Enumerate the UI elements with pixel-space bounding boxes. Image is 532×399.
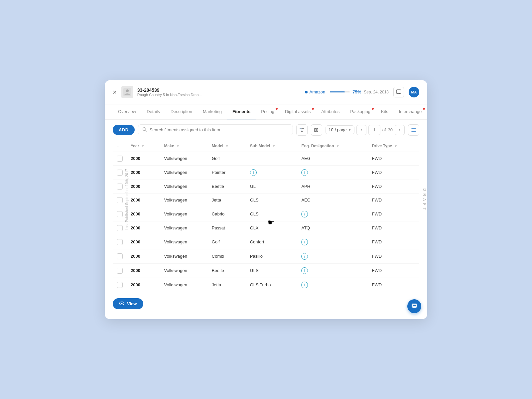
row-checkbox-1[interactable] xyxy=(117,170,123,176)
row-checkbox-5[interactable] xyxy=(117,225,123,231)
table-row: 2000 Volkswagen Beetle GLS i FWD xyxy=(113,263,419,278)
prev-page-button[interactable]: ‹ xyxy=(356,125,366,135)
cell-model-3: Jetta xyxy=(208,193,246,207)
columns-button[interactable] xyxy=(311,124,322,136)
tab-kits[interactable]: Kits xyxy=(376,104,394,119)
eng-info-icon[interactable]: i xyxy=(301,267,308,274)
page-of-label: of xyxy=(382,127,386,132)
eng-info-icon[interactable]: i xyxy=(301,169,308,176)
channel-label: Amazon xyxy=(310,89,326,94)
col-year[interactable]: Year ▼ xyxy=(127,140,160,152)
cell-year-1: 2000 xyxy=(127,165,160,180)
search-box xyxy=(138,124,293,135)
row-checkbox-cell-2[interactable] xyxy=(113,180,127,193)
tab-attributes[interactable]: Attributes xyxy=(316,104,345,119)
cell-make-9: Volkswagen xyxy=(160,278,208,292)
total-pages: 30 xyxy=(388,127,393,132)
cell-make-8: Volkswagen xyxy=(160,263,208,278)
table-row: 2000 Volkswagen Golf Confort i FWD xyxy=(113,235,419,249)
row-checkbox-cell-9[interactable] xyxy=(113,278,127,292)
svg-rect-10 xyxy=(315,128,316,132)
tab-packaging[interactable]: Packaging xyxy=(345,104,376,119)
col-make[interactable]: Make ▼ xyxy=(160,140,208,152)
tab-marketing[interactable]: Marketing xyxy=(198,104,227,119)
table-row: 2000 Volkswagen Jetta GLS Turbo i FWD xyxy=(113,278,419,292)
view-button[interactable]: View xyxy=(113,298,143,309)
row-checkbox-cell-4[interactable] xyxy=(113,207,127,221)
avatar: MA xyxy=(409,87,419,97)
tab-details[interactable]: Details xyxy=(141,104,165,119)
cell-eng-desig-1: i xyxy=(297,165,368,180)
channel-badge[interactable]: Amazon xyxy=(305,89,326,94)
cell-submodel-7: Pasillo xyxy=(246,249,298,263)
chat-icon-button[interactable] xyxy=(393,87,404,97)
page-input[interactable] xyxy=(368,125,380,135)
row-checkbox-9[interactable] xyxy=(117,282,123,288)
tab-digital-assets[interactable]: Digital assets xyxy=(280,104,316,119)
list-view-button[interactable] xyxy=(408,124,419,136)
cell-eng-desig-9: i xyxy=(297,278,368,292)
cell-model-4: Cabrio xyxy=(208,207,246,221)
pagination: 10 / page ▼ ‹ of 30 › xyxy=(326,125,405,135)
search-input[interactable] xyxy=(150,127,289,132)
eng-info-icon[interactable]: i xyxy=(301,211,308,217)
cell-make-1: Volkswagen xyxy=(160,165,208,180)
row-checkbox-cell-8[interactable] xyxy=(113,263,127,278)
tab-overview[interactable]: Overview xyxy=(113,104,141,119)
tab-description[interactable]: Description xyxy=(165,104,198,119)
row-checkbox-cell-5[interactable] xyxy=(113,221,127,235)
add-button[interactable]: ADD xyxy=(113,125,135,135)
sub-model-info-icon[interactable]: i xyxy=(250,169,257,176)
eng-info-icon[interactable]: i xyxy=(301,239,308,245)
header-right: Amazon 75% Sep. 24, 2018 MA xyxy=(305,87,419,97)
col-eng-desig[interactable]: Eng. Designation ▼ xyxy=(297,140,368,152)
tab-interchange[interactable]: Interchange xyxy=(394,104,427,119)
col-submodel[interactable]: Sub Model ▼ xyxy=(246,140,298,152)
cell-model-0: Golf xyxy=(208,152,246,165)
svg-point-22 xyxy=(414,305,415,306)
per-page-select[interactable]: 10 / page ▼ xyxy=(326,125,354,134)
pricing-dot xyxy=(276,108,278,110)
cell-drive-4: FWD xyxy=(368,207,419,221)
table-row: 2000 Volkswagen Pointer i i FWD xyxy=(113,165,419,180)
tab-pricing[interactable]: Pricing xyxy=(256,104,280,119)
row-checkbox-0[interactable] xyxy=(117,156,123,162)
row-checkbox-4[interactable] xyxy=(117,211,123,217)
eng-info-icon[interactable]: i xyxy=(301,282,308,288)
next-page-button[interactable]: › xyxy=(395,125,405,135)
row-checkbox-cell-7[interactable] xyxy=(113,249,127,263)
row-checkbox-2[interactable] xyxy=(117,184,123,190)
cell-eng-desig-0: AEG xyxy=(297,152,368,165)
table-row: 2000 Volkswagen Beetle GL APH FWD xyxy=(113,180,419,193)
cell-make-3: Volkswagen xyxy=(160,193,208,207)
cell-model-1: Pointer xyxy=(208,165,246,180)
eng-info-icon[interactable]: i xyxy=(301,253,308,260)
row-checkbox-cell-3[interactable] xyxy=(113,193,127,207)
tab-fitments[interactable]: Fitments xyxy=(227,104,256,119)
cell-make-5: Volkswagen xyxy=(160,221,208,235)
table-row: 2000 Volkswagen Passat GLX ATQ FWD xyxy=(113,221,419,235)
cell-submodel-6: Confort xyxy=(246,235,298,249)
toolbar: ADD xyxy=(105,120,427,140)
cell-drive-0: FWD xyxy=(368,152,419,165)
col-model[interactable]: Model ▼ xyxy=(208,140,246,152)
row-checkbox-cell-0[interactable] xyxy=(113,152,127,165)
svg-point-19 xyxy=(121,303,123,304)
filter-button[interactable] xyxy=(296,124,308,136)
interchange-dot xyxy=(423,108,425,110)
col-drive-type[interactable]: Drive Type ▼ xyxy=(368,140,419,152)
cell-eng-desig-6: i xyxy=(297,235,368,249)
cell-year-4: 2000 xyxy=(127,207,160,221)
table-row: 2000 Volkswagen Combi Pasillo i FWD xyxy=(113,249,419,263)
row-checkbox-7[interactable] xyxy=(117,253,123,259)
progress-pct: 75% xyxy=(352,89,361,94)
row-checkbox-cell-1[interactable] xyxy=(113,165,127,180)
close-button[interactable]: × xyxy=(113,89,117,95)
per-page-suffix: / page xyxy=(335,127,347,132)
cell-make-6: Volkswagen xyxy=(160,235,208,249)
row-checkbox-3[interactable] xyxy=(117,197,123,203)
chat-fab-button[interactable] xyxy=(407,299,421,313)
row-checkbox-cell-6[interactable] xyxy=(113,235,127,249)
row-checkbox-6[interactable] xyxy=(117,239,123,245)
row-checkbox-8[interactable] xyxy=(117,268,123,274)
